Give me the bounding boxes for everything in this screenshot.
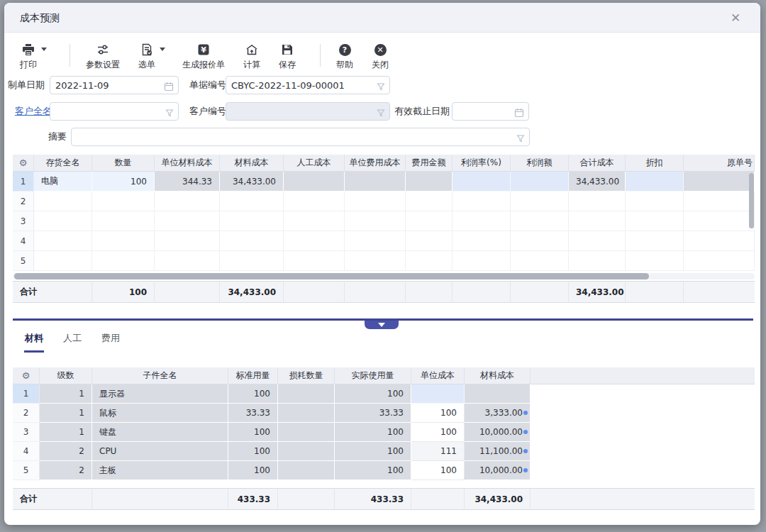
cell-level[interactable]: 1 [40, 404, 92, 423]
vertical-scrollbar-thumb[interactable] [749, 173, 754, 228]
grid-settings-gear-icon[interactable]: ⚙ [13, 367, 40, 384]
chevron-down-icon[interactable] [41, 48, 47, 54]
cell-material-cost[interactable]: 11,100.00 [465, 442, 531, 461]
cell-actual-qty[interactable]: 100 [335, 461, 411, 480]
cell-orig-doc-no[interactable] [684, 172, 755, 192]
cell-actual-qty[interactable]: 100 [335, 423, 411, 442]
cell-unit-cost[interactable]: 111 [411, 442, 465, 461]
row-number[interactable]: 3 [13, 423, 40, 442]
customer-name-link[interactable]: 客户全名 [15, 102, 52, 121]
dialog-close-icon[interactable]: ✕ [728, 10, 743, 26]
cell-total-cost[interactable]: 34,433.00 [569, 172, 626, 192]
tab-expense[interactable]: 费用 [101, 332, 121, 353]
cell-material-cost[interactable] [465, 384, 531, 404]
parameter-settings-button[interactable]: 参数设置 [86, 43, 120, 71]
cell-part-name[interactable]: CPU [92, 442, 228, 461]
cell-loss-qty[interactable] [278, 384, 335, 404]
row-number[interactable]: 5 [13, 251, 34, 271]
doc-no-field [226, 76, 390, 94]
cell-actual-qty[interactable]: 100 [335, 442, 411, 461]
customer-no-input[interactable] [226, 103, 389, 120]
cell-loss-qty[interactable] [278, 442, 335, 461]
cell-material-cost[interactable]: 34,433.00 [220, 172, 284, 192]
cell-material-cost[interactable]: 10,000.00 [465, 423, 531, 442]
cell-part-name[interactable]: 鼠标 [92, 404, 228, 423]
cell-loss-qty[interactable] [278, 423, 335, 442]
horizontal-scrollbar-thumb[interactable] [14, 273, 649, 279]
cell-level[interactable]: 2 [40, 442, 92, 461]
calendar-icon[interactable] [164, 81, 174, 94]
cell-loss-qty[interactable] [278, 404, 335, 423]
tab-labor[interactable]: 人工 [62, 332, 82, 353]
cell-part-name[interactable]: 主板 [92, 461, 228, 480]
cell-std-qty[interactable]: 100 [228, 442, 278, 461]
filter-icon[interactable] [377, 81, 385, 94]
cell-part-name[interactable]: 显示器 [92, 384, 228, 404]
cell-material-cost[interactable]: 10,000.00 [465, 461, 531, 480]
cell-discount[interactable] [626, 172, 684, 192]
grid-settings-gear-icon[interactable]: ⚙ [13, 155, 34, 172]
cell-std-qty[interactable]: 100 [228, 384, 278, 404]
cell-part-name[interactable]: 键盘 [92, 423, 228, 442]
summary-input[interactable] [72, 128, 529, 145]
row-number[interactable]: 2 [13, 404, 40, 423]
main-row-3: 3 [13, 211, 755, 231]
pick-order-button[interactable]: 选单 [138, 43, 155, 71]
total-std-qty: 433.33 [228, 488, 278, 510]
doc-date-input[interactable] [50, 77, 178, 94]
cell-expense-amount[interactable] [406, 172, 453, 192]
cell-std-qty[interactable]: 100 [228, 461, 278, 480]
cell-unit-cost[interactable]: 100 [411, 404, 465, 423]
total-qty: 100 [92, 281, 155, 303]
cell-unit-cost[interactable]: 100 [411, 423, 465, 442]
cell-actual-qty[interactable]: 100 [335, 384, 411, 404]
calendar-icon[interactable] [514, 107, 524, 121]
filter-icon[interactable] [516, 133, 525, 146]
doc-no-input[interactable] [226, 77, 389, 94]
cell-labor-cost[interactable] [284, 172, 345, 192]
cell-unit-material-cost[interactable]: 344.33 [155, 172, 220, 192]
customer-name-input[interactable] [50, 103, 178, 120]
chevron-down-icon[interactable] [160, 48, 165, 54]
row-number[interactable]: 4 [13, 442, 40, 461]
cell-material-cost[interactable]: 3,333.00 [465, 404, 531, 423]
horizontal-scrollbar[interactable] [13, 273, 755, 279]
main-row-2: 2 [13, 192, 755, 211]
cell-loss-qty[interactable] [278, 461, 335, 480]
detail-grid: ⚙ 级数 子件全名 标准用量 损耗数量 实际使用量 单位成本 材料成本 1 1 … [13, 367, 755, 480]
collapse-panel-button[interactable] [365, 321, 399, 329]
cell-profit-amount[interactable] [511, 172, 569, 192]
close-button[interactable]: ✕ 关闭 [372, 43, 389, 71]
main-grid: ⚙ 存货全名 数量 单位材料成本 材料成本 人工成本 单位费用成本 费用金额 利… [13, 155, 755, 271]
cell-std-qty[interactable]: 33.33 [228, 404, 278, 423]
cell-qty[interactable]: 100 [92, 172, 155, 192]
cell-unit-expense-cost[interactable] [345, 172, 406, 192]
yen-badge-icon: ¥ [197, 43, 210, 57]
cell-level[interactable]: 2 [40, 461, 92, 480]
row-number[interactable]: 5 [13, 461, 40, 480]
generate-quote-button[interactable]: ¥ 生成报价单 [182, 43, 225, 71]
cell-indicator-dot [523, 430, 528, 434]
calculate-button[interactable]: 计算 [243, 43, 260, 71]
print-button[interactable]: 打印 [20, 43, 37, 71]
filter-icon[interactable] [165, 107, 174, 121]
row-number[interactable]: 3 [13, 211, 34, 231]
tab-material[interactable]: 材料 [24, 332, 44, 353]
filter-icon[interactable] [377, 107, 385, 121]
cell-profit-rate[interactable] [453, 172, 511, 192]
help-button[interactable]: ? 帮助 [336, 43, 353, 71]
cell-std-qty[interactable]: 100 [228, 423, 278, 442]
row-number[interactable]: 1 [13, 384, 40, 404]
cell-level[interactable]: 1 [40, 384, 92, 404]
cell-unit-cost[interactable]: 100 [411, 461, 465, 480]
save-button[interactable]: 保存 [279, 43, 296, 71]
total-total-cost: 34,433.00 [569, 281, 626, 303]
row-number[interactable]: 4 [13, 231, 34, 251]
row-number[interactable]: 2 [13, 192, 34, 211]
floppy-save-icon [281, 43, 294, 57]
cell-actual-qty[interactable]: 33.33 [335, 404, 411, 423]
cell-unit-cost[interactable] [411, 384, 465, 404]
cell-level[interactable]: 1 [40, 423, 92, 442]
row-number[interactable]: 1 [13, 172, 34, 192]
cell-inventory-name[interactable]: 电脑 [34, 172, 92, 192]
